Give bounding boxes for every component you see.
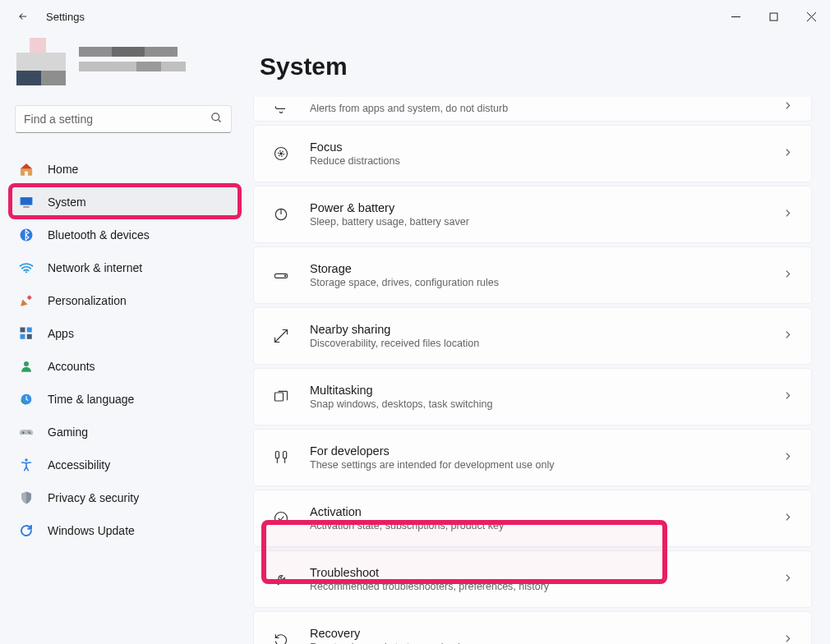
- sidebar-item-label: Gaming: [48, 426, 88, 439]
- svg-point-4: [212, 113, 219, 120]
- item-title: Recovery: [310, 627, 782, 640]
- chevron-right-icon: [782, 511, 793, 526]
- sidebar-item-accounts[interactable]: Accounts: [10, 350, 237, 383]
- recovery-icon: [270, 632, 292, 644]
- sidebar-item-label: Time & language: [48, 393, 134, 406]
- search-input[interactable]: [24, 113, 210, 126]
- maximize-button[interactable]: [754, 0, 792, 33]
- svg-line-5: [218, 119, 220, 122]
- item-sub: Storage space, drives, configuration rul…: [310, 277, 782, 288]
- svg-point-33: [275, 513, 288, 525]
- developers-icon: [270, 449, 292, 466]
- settings-item-storage[interactable]: Storage Storage space, drives, configura…: [253, 246, 812, 304]
- titlebar: Settings: [0, 0, 830, 33]
- power-icon: [270, 206, 292, 223]
- item-title: Nearby sharing: [310, 323, 782, 336]
- close-button[interactable]: [792, 0, 830, 33]
- chevron-right-icon: [782, 99, 793, 114]
- settings-item-focus[interactable]: Focus Reduce distractions: [253, 125, 812, 182]
- item-sub: Sleep, battery usage, battery saver: [310, 216, 782, 228]
- item-title: Multitasking: [310, 384, 782, 397]
- focus-icon: [270, 145, 292, 162]
- item-title: For developers: [310, 444, 782, 458]
- svg-rect-11: [21, 328, 25, 333]
- svg-point-15: [24, 361, 29, 366]
- chevron-right-icon: [782, 450, 793, 465]
- nav-list: Home System Bluetooth & devices Network …: [10, 153, 237, 547]
- sidebar-item-update[interactable]: Windows Update: [10, 514, 237, 547]
- item-title: Activation: [310, 505, 782, 518]
- privacy-icon: [18, 490, 35, 506]
- home-icon: [18, 161, 35, 177]
- sidebar-item-label: Bluetooth & devices: [48, 228, 150, 242]
- gaming-icon: [18, 424, 35, 440]
- sidebar-item-label: System: [48, 196, 86, 209]
- sidebar-item-privacy[interactable]: Privacy & security: [10, 481, 237, 514]
- search-box[interactable]: [15, 105, 232, 133]
- back-button[interactable]: [12, 5, 35, 28]
- personalization-icon: [18, 292, 35, 309]
- item-sub: Snap windows, desktops, task switching: [310, 398, 782, 410]
- svg-point-10: [25, 271, 27, 273]
- sidebar-item-label: Accessibility: [48, 458, 110, 472]
- settings-item-notifications[interactable]: Alerts from apps and system, do not dist…: [253, 97, 812, 122]
- troubleshoot-icon: [270, 571, 292, 587]
- sidebar-item-apps[interactable]: Apps: [10, 317, 237, 350]
- svg-point-23: [280, 153, 283, 155]
- settings-item-activation[interactable]: Activation Activation state, subscriptio…: [253, 490, 812, 547]
- sidebar-item-home[interactable]: Home: [10, 153, 237, 186]
- item-sub: These settings are intended for developm…: [310, 459, 782, 471]
- notifications-icon: [270, 98, 292, 114]
- item-sub: Reduce distractions: [310, 155, 782, 167]
- item-sub: Activation state, subscriptions, product…: [310, 520, 782, 531]
- search-icon: [210, 112, 223, 127]
- sidebar-item-label: Apps: [48, 327, 74, 340]
- window-controls: [717, 0, 830, 33]
- chevron-right-icon: [782, 389, 793, 404]
- sidebar-item-gaming[interactable]: Gaming: [10, 416, 237, 448]
- sidebar-item-label: Windows Update: [48, 524, 135, 537]
- svg-point-19: [30, 433, 31, 435]
- system-icon: [18, 194, 35, 210]
- sidebar-item-label: Network & internet: [48, 261, 142, 274]
- sidebar: Home System Bluetooth & devices Network …: [0, 33, 247, 644]
- chevron-right-icon: [782, 329, 793, 343]
- time-icon: [18, 391, 35, 407]
- sidebar-item-accessibility[interactable]: Accessibility: [10, 448, 237, 481]
- svg-rect-29: [275, 452, 279, 458]
- item-sub: Alerts from apps and system, do not dist…: [310, 103, 782, 114]
- window-title: Settings: [46, 11, 85, 23]
- sidebar-item-personalization[interactable]: Personalization: [10, 284, 237, 317]
- sidebar-item-bluetooth[interactable]: Bluetooth & devices: [10, 218, 237, 251]
- item-sub: Discoverability, received files location: [310, 338, 782, 349]
- chevron-right-icon: [782, 632, 793, 644]
- user-name-redacted: [79, 47, 230, 80]
- settings-item-troubleshoot[interactable]: Troubleshoot Recommended troubleshooters…: [253, 550, 812, 608]
- settings-item-developers[interactable]: For developers These settings are intend…: [253, 429, 812, 486]
- storage-icon: [270, 267, 292, 283]
- minimize-button[interactable]: [717, 0, 754, 33]
- sidebar-item-label: Accounts: [48, 360, 95, 373]
- accounts-icon: [18, 358, 35, 375]
- avatar: [16, 38, 67, 89]
- sidebar-item-label: Privacy & security: [48, 491, 139, 504]
- chevron-right-icon: [782, 146, 793, 161]
- sidebar-item-system[interactable]: System: [10, 186, 237, 218]
- settings-item-recovery[interactable]: Recovery Reset, advanced startup, go bac…: [253, 611, 812, 644]
- svg-rect-7: [21, 198, 32, 205]
- item-title: Storage: [310, 262, 782, 275]
- item-sub: Recommended troubleshooters, preferences…: [310, 581, 782, 592]
- settings-list: Alerts from apps and system, do not dist…: [253, 97, 812, 644]
- settings-item-nearby[interactable]: Nearby sharing Discoverability, received…: [253, 307, 812, 365]
- multitasking-icon: [270, 389, 292, 405]
- sidebar-item-time[interactable]: Time & language: [10, 383, 237, 416]
- svg-rect-13: [21, 334, 25, 339]
- svg-point-18: [28, 431, 30, 433]
- svg-rect-12: [27, 328, 32, 333]
- settings-item-multitasking[interactable]: Multitasking Snap windows, desktops, tas…: [253, 368, 812, 426]
- sidebar-item-network[interactable]: Network & internet: [10, 251, 237, 284]
- settings-item-power[interactable]: Power & battery Sleep, battery usage, ba…: [253, 186, 812, 243]
- svg-rect-1: [770, 13, 777, 21]
- apps-icon: [18, 325, 35, 342]
- user-block[interactable]: [10, 33, 237, 105]
